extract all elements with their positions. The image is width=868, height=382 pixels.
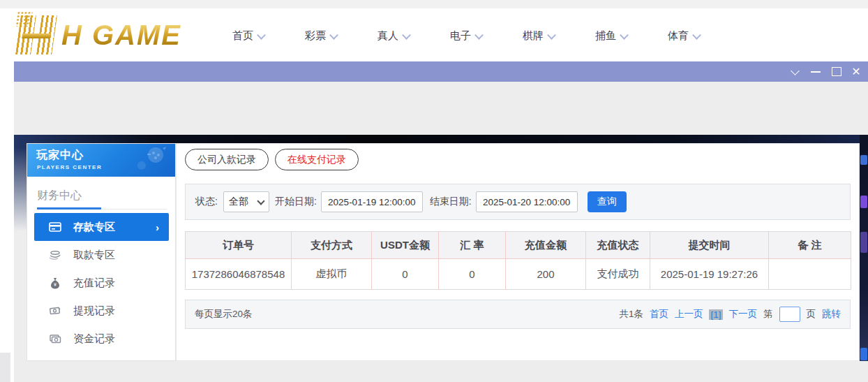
chevron-down-icon [620,31,629,40]
next-page-link[interactable]: 下一页 [729,308,758,321]
sidebar-title: 玩家中心 [36,148,84,163]
col-amount: 充值金额 [506,232,586,259]
right-rail-fragment [860,348,867,360]
page-size-text: 每页显示20条 [195,308,253,321]
right-rail-fragment [860,155,867,165]
end-date-label: 结束日期: [430,196,472,208]
sidebar-item-funds-records[interactable]: 资金记录 [27,325,177,353]
sidebar-item-withdraw-records[interactable]: 提现记录 [27,297,177,325]
col-rate: 汇 率 [439,232,506,259]
tab-company-deposit-records[interactable]: 公司入款记录 [185,149,269,170]
chevron-down-icon [692,31,701,40]
cell-remark [769,259,851,290]
brand-logo-icon [15,15,61,54]
chevron-right-icon: › [156,221,159,233]
brand-logo[interactable]: H GAME [18,13,181,57]
nav-item-slots[interactable]: 电子 [450,29,523,43]
brand-logo-text: H GAME [61,21,181,49]
sidebar-item-withdraw[interactable]: 取款专区 [27,241,177,269]
nav-item-cards[interactable]: 棋牌 [523,29,595,43]
svg-text:¥: ¥ [54,282,57,287]
cell-rate: 0 [439,259,506,290]
tab-online-payment-records[interactable]: 在线支付记录 [275,149,359,170]
col-status: 充值状态 [586,232,650,259]
page-number-input[interactable] [779,307,800,322]
col-submit-time: 提交时间 [650,232,769,259]
filter-bar: 状态: 全部 开始日期: 结束日期: 查询 [185,184,851,220]
deposit-card-icon [48,220,62,234]
window-maximize-icon[interactable] [826,61,847,82]
first-page-link[interactable]: 首页 [650,308,668,321]
cell-submit-time: 2025-01-19 19:27:26 [650,259,769,290]
status-select[interactable]: 全部 [223,191,269,212]
nav-item-home[interactable]: 首页 [232,29,305,43]
payment-records-table: 订单号 支付方式 USDT金额 汇 率 充值金额 充值状态 提交时间 备 注 1… [185,231,851,290]
left-gutter-scroll [0,353,10,382]
nav-item-sports[interactable]: 体育 [668,29,740,43]
main-nav: 首页 彩票 真人 电子 棋牌 捕鱼 [232,29,740,43]
nav-item-fishing[interactable]: 捕鱼 [595,29,668,43]
sidebar-item-recharge-records[interactable]: ¥ 充值记录 [27,269,177,297]
right-rail-fragment [860,196,867,208]
prev-page-link[interactable]: 上一页 [675,308,703,321]
sidebar-section-label: 财务中心 [37,189,82,203]
col-remark: 备 注 [769,232,851,259]
chevron-down-icon [257,31,266,40]
current-page-indicator[interactable]: [1] [709,309,722,320]
page-top-strip [0,0,868,8]
search-button[interactable]: 查询 [588,191,627,212]
table-header-row: 订单号 支付方式 USDT金额 汇 率 充值金额 充值状态 提交时间 备 注 [186,232,851,259]
end-date-input[interactable] [476,191,578,212]
window-titlebar[interactable]: ✕ [14,61,868,82]
cell-pay-method: 虚拟币 [292,259,372,290]
sidebar-item-deposit[interactable]: 存款专区 › [34,213,169,241]
chevron-down-icon [257,197,264,205]
withdraw-hand-icon [48,248,62,262]
site-header: H GAME 首页 彩票 真人 电子 棋牌 [0,8,868,61]
cell-amount: 200 [506,259,586,290]
col-usdt-amount: USDT金额 [372,232,439,259]
players-center-sidebar: 玩家中心 PLAYERS CENTER 财务中心 存款专区 › 取款专区 ¥ 充… [27,143,176,361]
chevron-down-icon [402,31,411,40]
pagination-bar: 每页显示20条 共1条 首页 上一页 [1] 下一页 第 页 跳转 [185,300,851,329]
moneybag-icon: ¥ [48,276,62,290]
sidebar-divider-accent [37,207,101,210]
funds-icon [48,332,62,346]
right-rail-fragment [860,232,867,253]
chevron-down-icon [329,31,338,40]
page: H GAME 首页 彩票 真人 电子 棋牌 [0,0,868,382]
gamepad-icon [132,147,168,170]
col-pay-method: 支付方式 [292,232,372,259]
sidebar-header: 玩家中心 PLAYERS CENTER [27,144,175,177]
chevron-down-icon [547,31,556,40]
content-panel: 公司入款记录 在线支付记录 状态: 全部 开始日期: 结束日期: 查询 订单号 [176,143,860,361]
col-order-no: 订单号 [186,232,292,259]
start-date-input[interactable] [321,191,423,212]
pagination-controls: 共1条 首页 上一页 [1] 下一页 第 页 跳转 [619,307,841,322]
cell-usdt-amount: 0 [372,259,439,290]
nav-item-live[interactable]: 真人 [377,29,450,43]
window-minimize-icon[interactable] [805,61,826,82]
start-date-label: 开始日期: [275,196,317,208]
status-label: 状态: [195,196,218,208]
jump-button[interactable]: 跳转 [822,308,841,321]
total-count-text: 共1条 [619,308,643,321]
cash-out-icon [48,304,62,318]
nav-item-lottery[interactable]: 彩票 [305,29,377,43]
sidebar-subtitle: PLAYERS CENTER [37,164,102,170]
jump-suffix-text: 页 [807,308,816,321]
window-chevron-icon[interactable] [784,61,805,82]
cell-order-no: 1737286046878548 [186,259,292,290]
window-close-icon[interactable]: ✕ [846,61,867,82]
record-tabs: 公司入款记录 在线支付记录 [185,149,359,170]
jump-prefix-text: 第 [763,308,773,321]
table-row: 1737286046878548 虚拟币 0 0 200 支付成功 2025-0… [186,259,851,290]
cell-status: 支付成功 [586,259,650,290]
chevron-down-icon [474,31,484,40]
